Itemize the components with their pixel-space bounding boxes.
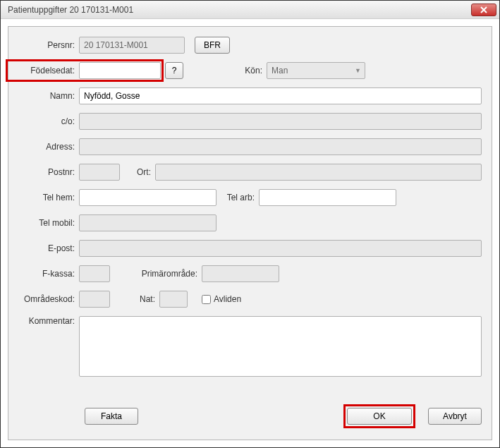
kon-select[interactable]: ▼ xyxy=(267,62,365,79)
telhem-label: Tel hem: xyxy=(8,193,79,202)
ort-input xyxy=(155,164,482,181)
co-label: c/o: xyxy=(8,116,79,126)
namn-input[interactable] xyxy=(79,87,482,104)
fodelsedat-input[interactable] xyxy=(79,62,161,79)
kommentar-label: Kommentar: xyxy=(8,316,79,326)
kommentar-input[interactable] xyxy=(79,316,482,377)
fodelsedat-help-button[interactable]: ? xyxy=(165,62,183,79)
bfr-button[interactable]: BFR xyxy=(195,37,230,54)
telmobil-label: Tel mobil: xyxy=(8,218,79,228)
close-button[interactable] xyxy=(471,4,496,16)
telhem-input[interactable] xyxy=(79,189,217,206)
kon-label: Kön: xyxy=(183,66,267,75)
close-icon xyxy=(480,6,487,13)
primaromrade-input xyxy=(202,265,279,282)
nat-input xyxy=(159,291,188,308)
postnr-label: Postnr: xyxy=(8,167,79,177)
telarb-label: Tel arb: xyxy=(217,193,259,202)
avliden-label: Avliden xyxy=(214,294,241,304)
avliden-checkbox-wrap[interactable]: Avliden xyxy=(202,294,241,304)
dialog-content: Persnr: BFR Födelsedat: ? Kön: ▼ Namn: xyxy=(8,26,492,440)
omradeskod-label: Områdeskod: xyxy=(8,294,79,304)
titlebar: Patientuppgifter 20 170131-M001 xyxy=(1,1,499,19)
ort-label: Ort: xyxy=(120,167,155,177)
avbryt-button[interactable]: Avbryt xyxy=(428,408,482,425)
adress-input xyxy=(79,138,482,155)
postnr-input xyxy=(79,164,120,181)
fakta-button[interactable]: Fakta xyxy=(85,408,138,425)
dialog-buttons: Fakta OK Avbryt xyxy=(8,404,482,428)
epost-input xyxy=(79,240,482,257)
avliden-checkbox[interactable] xyxy=(202,295,211,304)
nat-label: Nat: xyxy=(110,294,159,304)
fkassa-input xyxy=(79,265,110,282)
persnr-label: Persnr: xyxy=(8,40,79,50)
primaromrade-label: Primärområde: xyxy=(110,269,202,279)
patient-dialog: Patientuppgifter 20 170131-M001 Persnr: … xyxy=(0,0,500,448)
fkassa-label: F-kassa: xyxy=(8,269,79,279)
ok-button[interactable]: OK xyxy=(347,408,412,425)
kon-value xyxy=(267,62,365,79)
fodelsedat-label: Födelsedat: xyxy=(8,66,79,75)
telarb-input[interactable] xyxy=(259,189,396,206)
co-input xyxy=(79,113,482,130)
persnr-input xyxy=(79,37,185,54)
adress-label: Adress: xyxy=(8,142,79,152)
telmobil-input xyxy=(79,214,217,231)
omradeskod-input xyxy=(79,291,110,308)
window-title: Patientuppgifter 20 170131-M001 xyxy=(8,5,133,15)
namn-label: Namn: xyxy=(8,91,79,101)
epost-label: E-post: xyxy=(8,243,79,253)
